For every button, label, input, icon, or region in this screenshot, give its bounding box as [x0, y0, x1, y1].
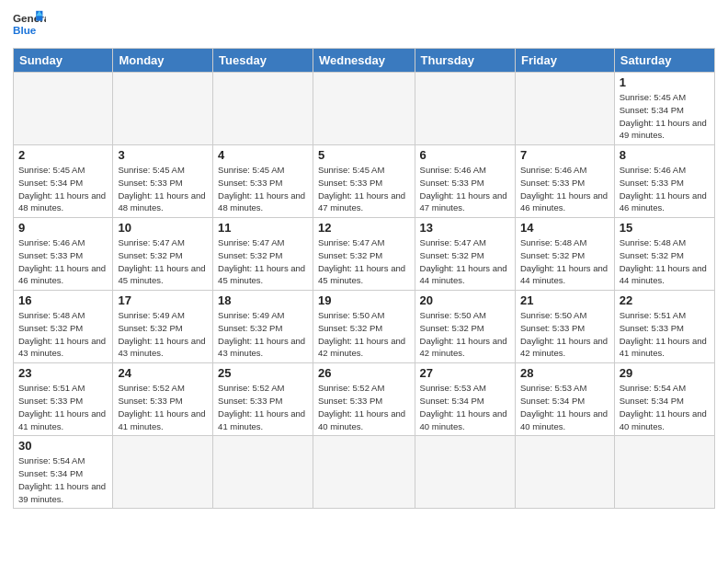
day-info: Sunrise: 5:51 AM Sunset: 5:33 PM Dayligh… — [620, 309, 710, 360]
day-info: Sunrise: 5:50 AM Sunset: 5:32 PM Dayligh… — [318, 309, 410, 360]
day-number: 6 — [420, 148, 510, 162]
week-row-5: 23Sunrise: 5:51 AM Sunset: 5:33 PM Dayli… — [14, 363, 715, 436]
day-number: 17 — [118, 293, 208, 307]
calendar-cell: 28Sunrise: 5:53 AM Sunset: 5:34 PM Dayli… — [515, 363, 614, 436]
day-info: Sunrise: 5:47 AM Sunset: 5:32 PM Dayligh… — [318, 236, 410, 287]
calendar-cell: 24Sunrise: 5:52 AM Sunset: 5:33 PM Dayli… — [113, 363, 213, 436]
calendar-cell: 16Sunrise: 5:48 AM Sunset: 5:32 PM Dayli… — [14, 291, 113, 363]
day-info: Sunrise: 5:48 AM Sunset: 5:32 PM Dayligh… — [520, 236, 609, 287]
day-number: 4 — [218, 148, 308, 162]
day-number: 7 — [520, 148, 609, 162]
day-number: 8 — [620, 148, 710, 162]
calendar-cell — [515, 73, 614, 145]
day-info: Sunrise: 5:47 AM Sunset: 5:32 PM Dayligh… — [118, 236, 208, 287]
calendar-cell: 21Sunrise: 5:50 AM Sunset: 5:33 PM Dayli… — [515, 291, 614, 363]
logo: General Blue — [13, 9, 46, 42]
week-row-6: 30Sunrise: 5:54 AM Sunset: 5:34 PM Dayli… — [14, 436, 715, 509]
day-info: Sunrise: 5:46 AM Sunset: 5:33 PM Dayligh… — [420, 164, 510, 214]
calendar-cell: 15Sunrise: 5:48 AM Sunset: 5:32 PM Dayli… — [614, 218, 714, 291]
generalblue-icon: General Blue — [13, 9, 46, 42]
calendar-cell: 29Sunrise: 5:54 AM Sunset: 5:34 PM Dayli… — [614, 363, 714, 436]
day-info: Sunrise: 5:46 AM Sunset: 5:33 PM Dayligh… — [18, 236, 108, 287]
day-info: Sunrise: 5:46 AM Sunset: 5:33 PM Dayligh… — [620, 164, 710, 214]
day-number: 25 — [218, 366, 308, 380]
day-info: Sunrise: 5:47 AM Sunset: 5:32 PM Dayligh… — [218, 236, 308, 287]
day-info: Sunrise: 5:49 AM Sunset: 5:32 PM Dayligh… — [118, 309, 208, 360]
calendar-cell: 4Sunrise: 5:45 AM Sunset: 5:33 PM Daylig… — [213, 145, 313, 218]
day-number: 15 — [620, 221, 710, 235]
calendar-cell: 26Sunrise: 5:52 AM Sunset: 5:33 PM Dayli… — [313, 363, 415, 436]
day-number: 12 — [318, 221, 410, 235]
calendar-cell — [113, 436, 213, 509]
calendar-cell: 30Sunrise: 5:54 AM Sunset: 5:34 PM Dayli… — [14, 436, 113, 509]
calendar-cell: 12Sunrise: 5:47 AM Sunset: 5:32 PM Dayli… — [313, 218, 415, 291]
calendar-cell: 22Sunrise: 5:51 AM Sunset: 5:33 PM Dayli… — [614, 291, 714, 363]
calendar-cell — [313, 436, 415, 509]
day-number: 10 — [118, 221, 208, 235]
calendar-table: SundayMondayTuesdayWednesdayThursdayFrid… — [13, 48, 715, 509]
day-info: Sunrise: 5:48 AM Sunset: 5:32 PM Dayligh… — [620, 236, 710, 287]
day-info: Sunrise: 5:50 AM Sunset: 5:32 PM Dayligh… — [420, 309, 510, 360]
day-info: Sunrise: 5:46 AM Sunset: 5:33 PM Dayligh… — [520, 164, 609, 214]
weekday-sunday: Sunday — [14, 49, 113, 73]
day-number: 9 — [18, 221, 108, 235]
day-info: Sunrise: 5:47 AM Sunset: 5:32 PM Dayligh… — [420, 236, 510, 287]
day-number: 19 — [318, 293, 410, 307]
day-number: 11 — [218, 221, 308, 235]
calendar-cell: 1Sunrise: 5:45 AM Sunset: 5:34 PM Daylig… — [614, 73, 714, 145]
calendar-cell — [415, 436, 515, 509]
calendar-cell — [515, 436, 614, 509]
day-info: Sunrise: 5:50 AM Sunset: 5:33 PM Dayligh… — [520, 309, 609, 360]
day-info: Sunrise: 5:52 AM Sunset: 5:33 PM Dayligh… — [118, 382, 208, 432]
calendar-cell — [313, 73, 415, 145]
day-number: 13 — [420, 221, 510, 235]
weekday-friday: Friday — [515, 49, 614, 73]
day-info: Sunrise: 5:52 AM Sunset: 5:33 PM Dayligh… — [318, 382, 410, 432]
calendar-cell: 8Sunrise: 5:46 AM Sunset: 5:33 PM Daylig… — [614, 145, 714, 218]
page: General Blue SundayMondayTuesdayWednesda… — [0, 0, 728, 563]
week-row-2: 2Sunrise: 5:45 AM Sunset: 5:34 PM Daylig… — [14, 145, 715, 218]
day-number: 29 — [620, 366, 710, 380]
day-info: Sunrise: 5:45 AM Sunset: 5:33 PM Dayligh… — [118, 164, 208, 214]
day-info: Sunrise: 5:48 AM Sunset: 5:32 PM Dayligh… — [18, 309, 108, 360]
day-number: 5 — [318, 148, 410, 162]
calendar-cell — [213, 73, 313, 145]
week-row-1: 1Sunrise: 5:45 AM Sunset: 5:34 PM Daylig… — [14, 73, 715, 145]
svg-text:Blue: Blue — [13, 24, 37, 36]
week-row-4: 16Sunrise: 5:48 AM Sunset: 5:32 PM Dayli… — [14, 291, 715, 363]
day-info: Sunrise: 5:54 AM Sunset: 5:34 PM Dayligh… — [18, 454, 108, 505]
day-info: Sunrise: 5:54 AM Sunset: 5:34 PM Dayligh… — [620, 382, 710, 432]
weekday-thursday: Thursday — [415, 49, 515, 73]
weekday-saturday: Saturday — [614, 49, 714, 73]
day-info: Sunrise: 5:45 AM Sunset: 5:34 PM Dayligh… — [18, 164, 108, 214]
calendar-cell — [614, 436, 714, 509]
week-row-3: 9Sunrise: 5:46 AM Sunset: 5:33 PM Daylig… — [14, 218, 715, 291]
day-info: Sunrise: 5:49 AM Sunset: 5:32 PM Dayligh… — [218, 309, 308, 360]
day-number: 22 — [620, 293, 710, 307]
day-info: Sunrise: 5:45 AM Sunset: 5:33 PM Dayligh… — [318, 164, 410, 214]
day-number: 1 — [620, 75, 710, 89]
calendar-cell: 19Sunrise: 5:50 AM Sunset: 5:32 PM Dayli… — [313, 291, 415, 363]
day-number: 2 — [18, 148, 108, 162]
calendar-cell — [415, 73, 515, 145]
day-info: Sunrise: 5:45 AM Sunset: 5:34 PM Dayligh… — [620, 91, 710, 142]
day-info: Sunrise: 5:51 AM Sunset: 5:33 PM Dayligh… — [18, 382, 108, 432]
calendar-cell: 11Sunrise: 5:47 AM Sunset: 5:32 PM Dayli… — [213, 218, 313, 291]
day-number: 27 — [420, 366, 510, 380]
header: General Blue — [13, 9, 715, 42]
calendar-cell: 3Sunrise: 5:45 AM Sunset: 5:33 PM Daylig… — [113, 145, 213, 218]
calendar-cell: 6Sunrise: 5:46 AM Sunset: 5:33 PM Daylig… — [415, 145, 515, 218]
day-info: Sunrise: 5:53 AM Sunset: 5:34 PM Dayligh… — [520, 382, 609, 432]
day-info: Sunrise: 5:53 AM Sunset: 5:34 PM Dayligh… — [420, 382, 510, 432]
calendar-cell: 10Sunrise: 5:47 AM Sunset: 5:32 PM Dayli… — [113, 218, 213, 291]
day-number: 3 — [118, 148, 208, 162]
calendar-cell: 14Sunrise: 5:48 AM Sunset: 5:32 PM Dayli… — [515, 218, 614, 291]
day-number: 28 — [520, 366, 609, 380]
calendar-cell — [213, 436, 313, 509]
day-number: 18 — [218, 293, 308, 307]
day-number: 23 — [18, 366, 108, 380]
weekday-monday: Monday — [113, 49, 213, 73]
day-number: 20 — [420, 293, 510, 307]
day-number: 14 — [520, 221, 609, 235]
calendar-cell — [113, 73, 213, 145]
